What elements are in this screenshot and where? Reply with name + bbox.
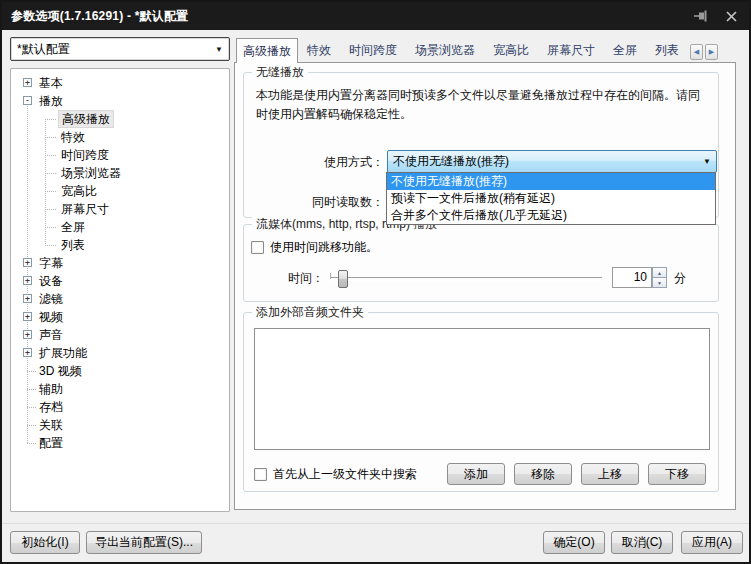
tree-item-scene-browser[interactable]: 场景浏览器 [11, 164, 229, 182]
group-title: 无缝播放 [252, 64, 308, 81]
tree-item-playlist[interactable]: 列表 [11, 236, 229, 254]
profile-select[interactable]: *默认配置 ▼ [10, 37, 230, 61]
time-slider[interactable] [330, 277, 602, 281]
tree-item-archive[interactable]: 存档 [11, 398, 229, 416]
tree-item-video[interactable]: + 视频 [11, 308, 229, 326]
spin-down-icon[interactable]: ▼ [652, 278, 667, 288]
remove-button[interactable]: 移除 [514, 463, 572, 485]
seamless-method-select[interactable]: 不使用无缝播放(推荐) ▼ [387, 150, 717, 173]
time-spinner: ▲ ▼ [652, 267, 667, 288]
search-parent-checkbox-label: 首先从上一级文件夹中搜索 [273, 466, 417, 483]
titlebar: 参数选项(1.7.16291) - *默认配置 [2, 2, 749, 30]
tree-item-screen-size[interactable]: 屏幕尺寸 [11, 200, 229, 218]
expand-icon[interactable]: + [23, 258, 32, 267]
cancel-button[interactable]: 取消(C) [611, 531, 673, 554]
pin-icon[interactable] [693, 8, 709, 24]
expand-icon[interactable]: + [23, 294, 32, 303]
audio-folder-list[interactable] [254, 328, 710, 450]
group-streaming: 流媒体(mms, http, rtsp, rtmp) 播放 使用时间跳移功能。 … [243, 224, 719, 302]
tab-scene-browser[interactable]: 场景浏览器 [406, 38, 484, 63]
expand-icon[interactable]: + [23, 348, 32, 357]
seamless-description: 本功能是使用内置分离器同时预读多个文件以尽量避免播放过程中存在的间隔。请同时使用… [256, 86, 710, 124]
timeshift-row: 使用时间跳移功能。 [251, 239, 378, 256]
window-title: 参数选项(1.7.16291) - *默认配置 [11, 8, 188, 25]
slider-thumb[interactable] [338, 270, 348, 288]
tree-item-aspect-ratio[interactable]: 宽高比 [11, 182, 229, 200]
tree-item-devices[interactable]: + 设备 [11, 272, 229, 290]
initialize-button[interactable]: 初始化(I) [10, 531, 80, 554]
spin-up-icon[interactable]: ▲ [652, 267, 667, 278]
expand-icon[interactable]: + [23, 78, 32, 87]
ok-button[interactable]: 确定(O) [543, 531, 605, 554]
tree-item-fullscreen[interactable]: 全屏 [11, 218, 229, 236]
collapse-icon[interactable]: - [23, 96, 32, 105]
chevron-down-icon: ▼ [703, 157, 711, 166]
search-parent-checkbox[interactable] [254, 468, 267, 481]
group-title: 添加外部音频文件夹 [252, 304, 368, 321]
time-unit-label: 分 [674, 270, 686, 287]
profile-select-value: *默认配置 [17, 41, 70, 58]
move-down-button[interactable]: 下移 [648, 463, 706, 485]
timeshift-checkbox-label: 使用时间跳移功能。 [270, 239, 378, 256]
tab-screen-size[interactable]: 屏幕尺寸 [538, 38, 604, 63]
tab-time-span[interactable]: 时间跨度 [340, 38, 406, 63]
tree-item-filters[interactable]: + 滤镜 [11, 290, 229, 308]
tree-item-audio[interactable]: + 声音 [11, 326, 229, 344]
tree-item-basic[interactable]: + 基本 [11, 74, 229, 92]
time-label: 时间： [250, 270, 324, 287]
add-button[interactable]: 添加 [447, 463, 505, 485]
dropdown-option[interactable]: 不使用无缝播放(推荐) [387, 173, 715, 190]
tabbar: 高级播放 特效 时间跨度 场景浏览器 宽高比 屏幕尺寸 全屏 列表 [236, 38, 688, 63]
category-tree: + 基本 - 播放 高级播放 特效 时间跨度 场景浏览器 宽高比 屏 [10, 68, 230, 512]
group-external-audio-folders: 添加外部音频文件夹 首先从上一级文件夹中搜索 添加 移除 上移 下移 [243, 312, 719, 492]
preferences-dialog: 参数选项(1.7.16291) - *默认配置 *默认配置 ▼ 高级播放 [0, 0, 751, 564]
tree-item-3d-video[interactable]: 3D 视频 [11, 362, 229, 380]
chevron-down-icon: ▼ [215, 45, 223, 54]
tree-item-config[interactable]: 配置 [11, 434, 229, 452]
folder-list-buttons: 添加 移除 上移 下移 [447, 463, 706, 485]
method-label: 使用方式： [244, 154, 384, 171]
move-up-button[interactable]: 上移 [581, 463, 639, 485]
timeshift-checkbox[interactable] [251, 241, 264, 254]
seamless-method-dropdown-list: 不使用无缝播放(推荐) 预读下一文件后播放(稍有延迟) 合并多个文件后播放(几乎… [386, 172, 716, 225]
footer-divider [2, 523, 749, 524]
tree-item-advanced-playback[interactable]: 高级播放 [11, 110, 229, 128]
expand-icon[interactable]: + [23, 312, 32, 321]
close-icon[interactable] [723, 8, 739, 24]
tab-aspect-ratio[interactable]: 宽高比 [484, 38, 538, 63]
search-parent-row: 首先从上一级文件夹中搜索 [254, 466, 417, 483]
export-config-button[interactable]: 导出当前配置(S)... [86, 531, 202, 554]
tab-advanced-playback[interactable]: 高级播放 [236, 38, 298, 63]
tree-item-association[interactable]: 关联 [11, 416, 229, 434]
tree-item-extensions[interactable]: + 扩展功能 [11, 344, 229, 362]
tab-page-advanced-playback: 无缝播放 本功能是使用内置分离器同时预读多个文件以尽量避免播放过程中存在的间隔。… [234, 62, 736, 510]
tab-scroll-left-icon[interactable]: ◀ [690, 44, 703, 60]
tab-playlist[interactable]: 列表 [646, 38, 688, 63]
expand-icon[interactable]: + [23, 276, 32, 285]
expand-icon[interactable]: + [23, 330, 32, 339]
tree-item-assist[interactable]: 辅助 [11, 380, 229, 398]
seamless-method-value: 不使用无缝播放(推荐) [393, 153, 509, 170]
tree-item-effects[interactable]: 特效 [11, 128, 229, 146]
dropdown-option[interactable]: 预读下一文件后播放(稍有延迟) [387, 190, 715, 207]
tree-item-subtitles[interactable]: + 字幕 [11, 254, 229, 272]
apply-button[interactable]: 应用(A) [681, 531, 743, 554]
tab-fullscreen[interactable]: 全屏 [604, 38, 646, 63]
tab-effects[interactable]: 特效 [298, 38, 340, 63]
tree-item-playback[interactable]: - 播放 [11, 92, 229, 110]
concurrent-read-label: 同时读取数： [244, 194, 384, 211]
dropdown-option[interactable]: 合并多个文件后播放(几乎无延迟) [387, 207, 715, 224]
tab-scroll-right-icon[interactable]: ▶ [705, 44, 718, 60]
time-value-input[interactable]: 10 [612, 267, 652, 288]
tree-item-time-span[interactable]: 时间跨度 [11, 146, 229, 164]
